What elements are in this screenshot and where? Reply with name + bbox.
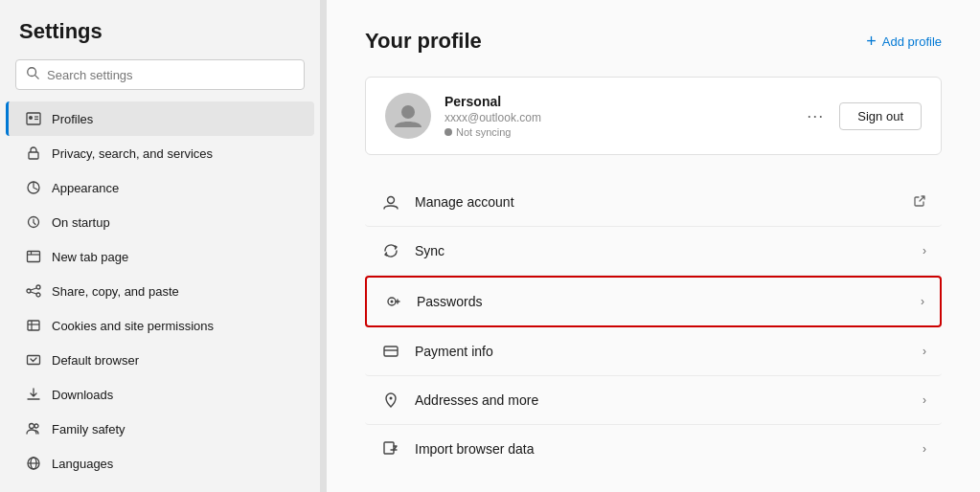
sidebar-item-label-startup: On startup bbox=[52, 215, 110, 230]
menu-item-sync[interactable]: Sync › bbox=[365, 227, 942, 276]
sidebar-item-share[interactable]: Share, copy, and paste bbox=[6, 274, 314, 308]
page-header: Your profile + Add profile bbox=[365, 29, 942, 54]
profile-card: Personal xxxx@outlook.com Not syncing ··… bbox=[365, 77, 942, 155]
chevron-icon-payment: › bbox=[923, 345, 926, 358]
sidebar-item-label-appearance: Appearance bbox=[52, 181, 119, 195]
chevron-icon-addresses: › bbox=[923, 393, 926, 407]
profile-email: xxxx@outlook.com bbox=[444, 111, 541, 124]
svg-line-1 bbox=[35, 76, 39, 79]
sidebar-item-downloads[interactable]: Downloads bbox=[6, 377, 314, 412]
svg-rect-9 bbox=[28, 252, 40, 262]
manage-account-icon bbox=[380, 191, 401, 212]
sidebar-item-startup[interactable]: On startup bbox=[6, 205, 314, 239]
sign-out-button[interactable]: Sign out bbox=[839, 102, 922, 130]
sidebar-item-label-profiles: Profiles bbox=[52, 112, 93, 126]
menu-item-label-import: Import browser data bbox=[415, 441, 923, 457]
menu-item-addresses[interactable]: Addresses and more › bbox=[365, 376, 942, 425]
svg-point-13 bbox=[36, 285, 40, 289]
sync-icon bbox=[380, 240, 401, 261]
share-icon bbox=[25, 282, 42, 300]
browser-icon bbox=[25, 351, 42, 369]
sidebar-item-family[interactable]: Family safety bbox=[6, 412, 314, 446]
svg-point-36 bbox=[390, 397, 393, 400]
svg-point-30 bbox=[401, 105, 415, 119]
svg-point-31 bbox=[388, 197, 395, 204]
avatar bbox=[385, 93, 431, 139]
newtab-icon bbox=[25, 248, 42, 265]
profile-left: Personal xxxx@outlook.com Not syncing bbox=[385, 93, 541, 139]
sidebar-item-browser[interactable]: Default browser bbox=[6, 343, 314, 377]
svg-rect-17 bbox=[28, 321, 39, 330]
chevron-icon-import: › bbox=[923, 442, 926, 456]
svg-rect-34 bbox=[384, 347, 398, 356]
menu-item-label-addresses: Addresses and more bbox=[415, 392, 923, 408]
profile-right: ··· Sign out bbox=[807, 102, 922, 130]
main-content: Your profile + Add profile Personal xxxx… bbox=[327, 0, 980, 492]
sidebar-item-label-browser: Default browser bbox=[52, 353, 139, 368]
svg-point-23 bbox=[34, 424, 38, 428]
menu-item-label-passwords: Passwords bbox=[417, 294, 921, 309]
sidebar-item-appearance[interactable]: Appearance bbox=[6, 170, 314, 205]
sidebar-item-label-newtab: New tab page bbox=[52, 250, 128, 264]
payment-icon bbox=[380, 341, 401, 362]
languages-icon bbox=[25, 455, 42, 472]
profile-name: Personal bbox=[444, 94, 541, 109]
sidebar-item-profiles[interactable]: Profiles bbox=[6, 101, 314, 136]
svg-point-33 bbox=[391, 301, 394, 303]
downloads-icon bbox=[25, 386, 42, 403]
sidebar-item-languages[interactable]: Languages bbox=[6, 446, 314, 481]
add-profile-label: Add profile bbox=[882, 34, 942, 49]
sidebar: Settings Profiles bbox=[0, 0, 321, 492]
status-dot bbox=[444, 128, 452, 136]
passwords-icon bbox=[382, 291, 403, 312]
external-link-icon bbox=[913, 194, 926, 211]
sidebar-title: Settings bbox=[0, 19, 320, 59]
menu-item-payment-info[interactable]: Payment info › bbox=[365, 327, 942, 376]
chevron-icon-passwords: › bbox=[921, 295, 924, 308]
menu-item-label-payment-info: Payment info bbox=[415, 344, 923, 359]
page-title: Your profile bbox=[365, 29, 482, 54]
chevron-icon-sync: › bbox=[923, 244, 926, 257]
menu-list: Manage account Sync › bbox=[365, 178, 942, 473]
cookies-icon bbox=[25, 317, 42, 334]
sidebar-item-printers[interactable]: Printers bbox=[6, 481, 314, 492]
sidebar-item-privacy[interactable]: Privacy, search, and services bbox=[6, 136, 314, 170]
svg-point-14 bbox=[36, 293, 40, 297]
svg-rect-3 bbox=[29, 116, 33, 120]
search-icon bbox=[26, 66, 39, 83]
svg-rect-20 bbox=[28, 356, 40, 365]
sidebar-item-newtab[interactable]: New tab page bbox=[6, 239, 314, 274]
menu-item-label-manage-account: Manage account bbox=[415, 194, 913, 210]
search-input[interactable] bbox=[47, 68, 294, 82]
menu-item-manage-account[interactable]: Manage account bbox=[365, 178, 942, 227]
profiles-icon bbox=[25, 110, 42, 127]
sidebar-item-label-family: Family safety bbox=[52, 422, 125, 436]
add-profile-button[interactable]: + Add profile bbox=[866, 33, 942, 50]
svg-point-12 bbox=[27, 289, 31, 293]
sidebar-item-label-share: Share, copy, and paste bbox=[52, 284, 179, 299]
addresses-icon bbox=[380, 390, 401, 411]
svg-rect-37 bbox=[384, 442, 394, 454]
sidebar-item-label-languages: Languages bbox=[52, 457, 113, 471]
menu-item-label-sync: Sync bbox=[415, 243, 923, 258]
three-dots-button[interactable]: ··· bbox=[807, 106, 824, 126]
privacy-icon bbox=[25, 145, 42, 162]
sidebar-item-label-cookies: Cookies and site permissions bbox=[52, 319, 214, 333]
search-box[interactable] bbox=[15, 59, 305, 90]
status-text: Not syncing bbox=[456, 126, 511, 138]
import-icon bbox=[380, 438, 401, 459]
sidebar-item-label-downloads: Downloads bbox=[52, 388, 113, 402]
profile-info: Personal xxxx@outlook.com Not syncing bbox=[444, 94, 541, 138]
svg-line-16 bbox=[31, 292, 36, 294]
sidebar-item-label-privacy: Privacy, search, and services bbox=[52, 146, 213, 161]
svg-line-15 bbox=[31, 288, 36, 290]
svg-rect-6 bbox=[29, 152, 38, 159]
menu-item-passwords[interactable]: Passwords › bbox=[365, 276, 942, 327]
family-icon bbox=[25, 420, 42, 437]
plus-icon: + bbox=[866, 33, 877, 50]
sidebar-nav: Profiles Privacy, search, and services A… bbox=[0, 101, 320, 492]
startup-icon bbox=[25, 213, 42, 231]
appearance-icon bbox=[25, 179, 42, 196]
menu-item-import[interactable]: Import browser data › bbox=[365, 425, 942, 473]
sidebar-item-cookies[interactable]: Cookies and site permissions bbox=[6, 308, 314, 343]
